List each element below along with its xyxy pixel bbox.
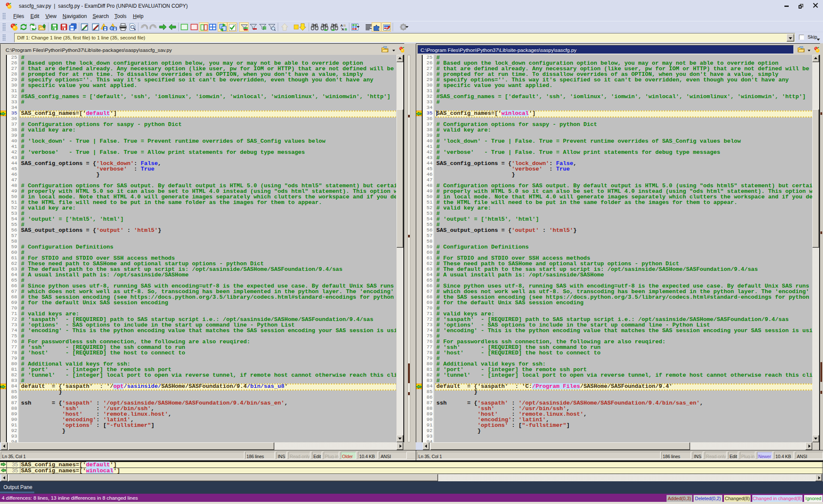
svg-text:B: B <box>343 24 346 27</box>
svg-text:A: A <box>340 24 343 27</box>
svg-text:B: B <box>345 27 347 31</box>
